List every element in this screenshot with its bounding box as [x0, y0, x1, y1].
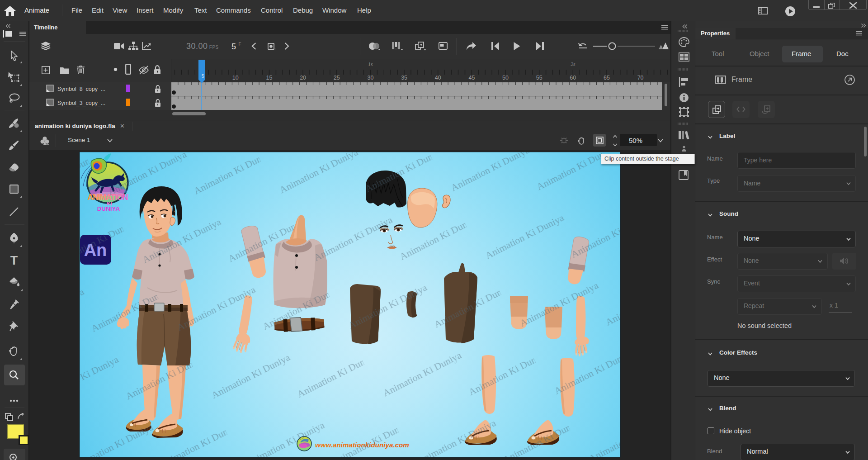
- svg-text:1s: 1s: [368, 62, 373, 67]
- svg-text:40: 40: [435, 75, 441, 81]
- svg-text:20: 20: [300, 75, 306, 81]
- svg-text:30: 30: [367, 75, 373, 81]
- svg-text:55: 55: [536, 75, 542, 81]
- svg-text:70: 70: [637, 75, 644, 81]
- svg-text:15: 15: [266, 75, 273, 81]
- svg-text:35: 35: [401, 75, 407, 81]
- svg-text:60: 60: [570, 75, 576, 81]
- svg-text:10: 10: [232, 75, 239, 81]
- svg-text:25: 25: [334, 75, 340, 81]
- svg-text:45: 45: [468, 75, 475, 81]
- svg-text:50: 50: [502, 75, 509, 81]
- svg-text:65: 65: [604, 75, 610, 81]
- svg-text:2s: 2s: [571, 62, 576, 67]
